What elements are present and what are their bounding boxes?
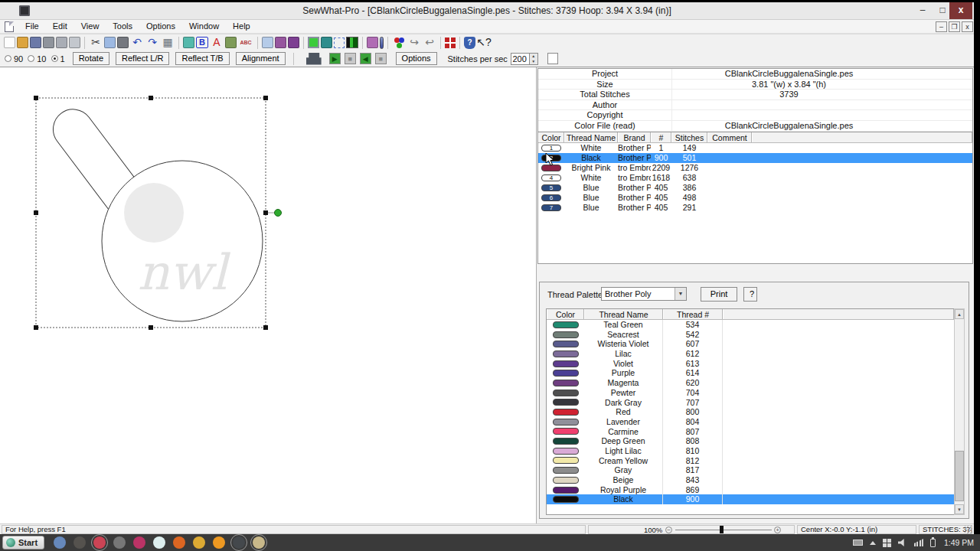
taskbar-app-5[interactable] xyxy=(133,536,145,549)
palette-header-thread-#[interactable]: Thread # xyxy=(663,309,723,319)
palette-row-royal-purple[interactable]: Royal Purple869 xyxy=(547,485,954,495)
save-file-icon[interactable] xyxy=(30,37,41,48)
scrollbar-thumb[interactable] xyxy=(955,451,964,501)
thread-row-2[interactable]: 2BlackBrother Poly900501 xyxy=(538,153,972,163)
chevron-down-icon[interactable]: ▼ xyxy=(675,288,686,300)
reflect-t-b-button[interactable]: Reflect T/B xyxy=(175,52,229,65)
context-help-icon[interactable]: ↖? xyxy=(477,36,491,49)
stitch-gradient-icon[interactable] xyxy=(346,37,358,48)
color-sort-icon[interactable] xyxy=(392,37,406,49)
thread-row-4[interactable]: 4Whitetro Embroid1618638 xyxy=(538,173,972,183)
thread-row-5[interactable]: 5BlueBrother Poly405386 xyxy=(538,183,972,193)
print-icon[interactable] xyxy=(56,37,67,48)
taskbar-app-2[interactable] xyxy=(74,536,86,549)
thread-row-3[interactable]: 3Bright Pinktro Embroid22091276 xyxy=(538,163,972,173)
palette-row-deep-green[interactable]: Deep Green808 xyxy=(547,436,954,446)
tray-windows-icon[interactable] xyxy=(883,539,891,547)
rotate-radio-1[interactable]: 1 xyxy=(51,54,65,64)
thread-row-6[interactable]: 6BlueBrother Poly405498 xyxy=(538,193,972,203)
select-frame-icon[interactable] xyxy=(334,37,345,48)
taskbar-clock[interactable]: 1:49 PM xyxy=(944,538,974,547)
mdi-minimize-button[interactable]: – xyxy=(936,21,947,32)
zoom-in-button[interactable]: + xyxy=(774,527,781,533)
rotate-handle[interactable] xyxy=(275,210,282,217)
thread-row-7[interactable]: 7BlueBrother Poly405291 xyxy=(538,203,972,213)
palette-row-beige[interactable]: Beige843 xyxy=(547,475,954,485)
palette-row-gray[interactable]: Gray817 xyxy=(547,465,954,475)
export-icon[interactable] xyxy=(69,37,80,48)
save-as-icon[interactable] xyxy=(43,37,54,48)
menu-view[interactable]: View xyxy=(74,21,106,31)
spinner-up-icon[interactable]: ▲ xyxy=(530,54,537,59)
color-table-header-stitches[interactable]: Stitches xyxy=(671,132,707,142)
taskbar-app-9[interactable] xyxy=(213,536,225,549)
rotate-button[interactable]: Rotate xyxy=(73,52,109,65)
garment-icon[interactable] xyxy=(321,37,332,48)
copy-special-icon[interactable] xyxy=(262,37,273,48)
zoom-slider-thumb[interactable] xyxy=(720,526,724,534)
tray-volume-icon[interactable] xyxy=(898,539,907,546)
sew-back-button[interactable]: ◀ xyxy=(360,53,371,64)
density-chart-icon[interactable] xyxy=(275,37,286,48)
cut-icon[interactable]: ✂ xyxy=(89,36,103,49)
thread-row-1[interactable]: 1WhiteBrother Poly1149 xyxy=(538,143,972,153)
tray-keyboard-icon[interactable] xyxy=(853,540,863,546)
split-letters-icon[interactable]: ABC xyxy=(238,37,253,48)
menu-edit[interactable]: Edit xyxy=(46,21,74,31)
mdi-close-button[interactable]: x xyxy=(962,21,973,32)
palette-help-button[interactable]: ? xyxy=(743,287,757,302)
join-prev-icon[interactable]: ↩ xyxy=(423,36,436,49)
tray-expand-icon[interactable] xyxy=(870,541,876,545)
design-canvas[interactable]: nwl xyxy=(0,67,537,523)
bold-letter-icon[interactable]: B xyxy=(196,37,208,48)
palette-row-wisteria-violet[interactable]: Wisteria Violet607 xyxy=(547,339,954,349)
scroll-up-icon[interactable]: ▲ xyxy=(955,309,964,319)
palette-row-seacrest[interactable]: Seacrest542 xyxy=(547,330,954,340)
help-icon[interactable]: ? xyxy=(464,37,475,49)
palette-dropdown[interactable]: Brother Poly ▼ xyxy=(601,287,687,301)
menu-window[interactable]: Window xyxy=(182,21,226,31)
spinner-down-icon[interactable]: ▼ xyxy=(530,59,537,64)
taskbar-app-4[interactable] xyxy=(113,536,126,549)
resize-grip[interactable] xyxy=(965,526,972,533)
rotate-radio-90[interactable]: 90 xyxy=(5,54,23,64)
hoop-icon[interactable] xyxy=(308,37,319,48)
media-icon[interactable] xyxy=(288,37,299,48)
lettering-icon[interactable]: A xyxy=(210,36,224,49)
palette-row-carmine[interactable]: Carmine807 xyxy=(547,427,954,437)
color-table-header-comment[interactable]: Comment xyxy=(707,132,752,142)
palette-row-purple[interactable]: Purple614 xyxy=(547,368,954,378)
palette-row-magenta[interactable]: Magenta620 xyxy=(547,378,954,388)
minimize-button[interactable]: – xyxy=(913,2,933,19)
palette-row-light-lilac[interactable]: Light Lilac810 xyxy=(547,446,954,456)
sewing-machine-icon[interactable] xyxy=(306,53,322,65)
palette-row-black[interactable]: Black900 xyxy=(547,494,954,504)
palette-header-thread-name[interactable]: Thread Name xyxy=(584,309,663,319)
copy-icon[interactable] xyxy=(104,37,116,48)
tray-network-icon[interactable] xyxy=(914,539,923,546)
needle-icon[interactable] xyxy=(380,37,384,49)
taskbar-app-10[interactable] xyxy=(233,536,245,549)
palette-row-red[interactable]: Red800 xyxy=(547,407,954,417)
color-table-header-thread-name[interactable]: Thread Name xyxy=(564,132,618,142)
join-next-icon[interactable]: ↪ xyxy=(407,36,421,49)
palette-row-lavender[interactable]: Lavender804 xyxy=(547,417,954,427)
menu-options[interactable]: Options xyxy=(139,21,182,31)
redo-icon[interactable]: ↷ xyxy=(145,36,159,49)
palette-row-cream-yellow[interactable]: Cream Yellow812 xyxy=(547,456,954,466)
magnifier-design[interactable]: nwl xyxy=(45,101,263,321)
options-button[interactable]: Options xyxy=(396,52,437,65)
undo-icon[interactable]: ↶ xyxy=(130,36,144,49)
taskbar-app-11[interactable] xyxy=(253,536,265,549)
new-file-icon[interactable] xyxy=(4,37,15,48)
taskbar-app-1[interactable] xyxy=(54,536,66,549)
zoom-slider-track[interactable] xyxy=(675,530,772,530)
stitches-per-sec-spinner[interactable]: 200 ▲▼ xyxy=(511,53,538,65)
palette-header-color[interactable]: Color xyxy=(547,309,584,319)
sew-play-button[interactable]: ▶ xyxy=(329,53,341,64)
reflect-l-r-button[interactable]: Reflect L/R xyxy=(116,52,169,65)
tray-battery-icon[interactable] xyxy=(930,539,936,547)
tile-icon[interactable] xyxy=(445,37,456,48)
alignment-button[interactable]: Alignment xyxy=(236,52,286,65)
icon-export-icon[interactable] xyxy=(183,37,194,48)
